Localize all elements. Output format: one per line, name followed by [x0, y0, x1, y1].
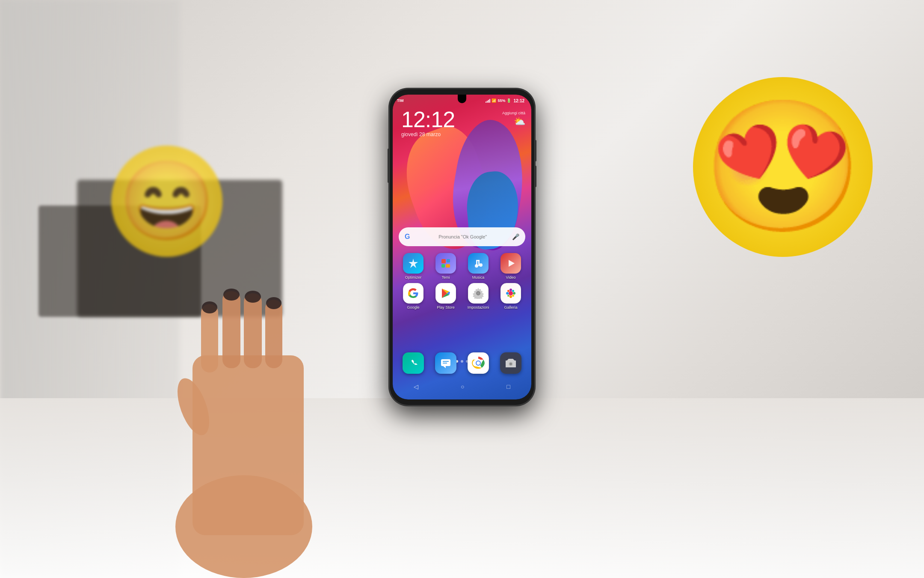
svg-marker-20 — [509, 260, 515, 267]
dock-chrome[interactable] — [466, 352, 490, 374]
svg-point-9 — [245, 291, 261, 303]
notch — [458, 95, 466, 103]
google-icon — [403, 283, 424, 304]
svg-point-22 — [509, 291, 513, 295]
svg-rect-5 — [265, 300, 282, 368]
home-button[interactable]: ○ — [461, 383, 464, 390]
galleria-icon — [500, 283, 521, 304]
wifi-icon: 📶 — [492, 98, 496, 103]
optimizer-label: Optimizer — [405, 275, 422, 280]
svg-point-23 — [509, 289, 512, 291]
weather-city: Aggiungi città — [502, 111, 525, 115]
impostazioni-label: Impostazioni — [468, 305, 489, 310]
svg-rect-1 — [192, 355, 304, 535]
svg-rect-4 — [244, 293, 262, 368]
google-label: Google — [407, 305, 419, 310]
date: giovedì 28 marzo — [401, 131, 455, 137]
svg-point-25 — [506, 292, 509, 295]
svg-rect-3 — [222, 291, 240, 368]
app-temi[interactable]: Temi — [431, 253, 460, 280]
scene: 😄 😍 — [0, 0, 924, 578]
temi-icon — [435, 253, 456, 274]
svg-point-27 — [507, 290, 509, 292]
musica-label: Musica — [472, 275, 485, 280]
video-icon — [500, 253, 521, 274]
temi-label: Temi — [441, 275, 450, 280]
svg-point-24 — [509, 295, 512, 298]
svg-point-16 — [479, 263, 483, 267]
back-button[interactable]: ◁ — [414, 383, 418, 390]
dock-camera-icon — [500, 352, 521, 374]
power-btn[interactable] — [388, 149, 389, 183]
svg-point-39 — [509, 363, 512, 365]
app-grid: Optimizer — [397, 253, 527, 313]
dock-phone-icon — [403, 352, 424, 374]
optimizer-icon — [403, 253, 424, 274]
carrier-label: TIM — [397, 98, 404, 103]
play-store-label: Play Store — [437, 305, 455, 310]
svg-point-26 — [513, 292, 515, 295]
weather-widget[interactable]: Aggiungi città ⛅ — [502, 111, 525, 127]
phone-container: TIM 📶 55% 🔋 — [355, 63, 569, 534]
video-label: Video — [506, 275, 516, 280]
svg-point-37 — [477, 361, 480, 365]
weather-icon: ⛅ — [514, 116, 525, 127]
svg-rect-11 — [441, 259, 446, 263]
dock-chrome-icon — [468, 352, 489, 374]
dock-phone[interactable] — [401, 352, 425, 374]
search-placeholder: Pronuncia "Ok Google" — [413, 234, 512, 239]
app-row-1: Optimizer — [397, 253, 527, 280]
galleria-label: Galleria — [504, 305, 517, 310]
battery-icon: 🔋 — [506, 98, 511, 103]
svg-rect-2 — [201, 304, 218, 372]
musica-icon — [468, 253, 489, 274]
svg-point-8 — [223, 289, 240, 301]
hand — [158, 227, 338, 578]
app-optimizer[interactable]: Optimizer — [399, 253, 428, 280]
svg-rect-14 — [446, 264, 450, 268]
svg-rect-31 — [441, 359, 450, 366]
volume-down-btn[interactable] — [535, 166, 536, 187]
svg-rect-12 — [447, 259, 450, 262]
mic-icon[interactable]: 🎤 — [512, 233, 519, 240]
svg-rect-13 — [441, 264, 445, 268]
svg-point-28 — [512, 290, 514, 292]
impostazioni-icon — [468, 283, 489, 304]
svg-point-30 — [512, 295, 514, 297]
volume-up-btn[interactable] — [535, 140, 536, 161]
svg-point-10 — [266, 297, 281, 309]
app-musica[interactable]: Musica — [464, 253, 493, 280]
signal-icon — [486, 98, 490, 103]
app-google[interactable]: Google — [399, 283, 428, 310]
svg-rect-18 — [476, 261, 477, 266]
phone-screen: TIM 📶 55% 🔋 — [393, 95, 531, 399]
play-store-icon — [435, 283, 456, 304]
svg-marker-32 — [443, 366, 446, 368]
svg-point-7 — [202, 301, 217, 313]
status-time: 12:12 — [513, 98, 524, 103]
google-search-bar[interactable]: G Pronuncia "Ok Google" 🎤 — [399, 227, 525, 246]
phone-body: TIM 📶 55% 🔋 — [389, 89, 535, 405]
app-galleria[interactable]: Galleria — [496, 283, 525, 310]
dock-camera[interactable] — [499, 352, 523, 374]
clock: 12:12 — [401, 108, 455, 131]
app-impostazioni[interactable]: Impostazioni — [464, 283, 493, 310]
svg-point-29 — [507, 295, 509, 297]
dock-messages[interactable] — [434, 352, 458, 374]
svg-rect-19 — [476, 260, 480, 261]
status-right: 📶 55% 🔋 12:12 — [486, 98, 524, 103]
dock — [397, 348, 527, 378]
google-logo: G — [405, 233, 410, 241]
app-play-store[interactable]: Play Store — [431, 283, 460, 310]
time-display: 12:12 giovedì 28 marzo — [401, 108, 455, 137]
battery-label: 55% — [498, 98, 505, 103]
app-video[interactable]: Video — [496, 253, 525, 280]
nav-bar: ◁ ○ □ — [393, 380, 531, 393]
app-row-2: Google — [397, 283, 527, 310]
emoji-right-pillow: 😍 — [693, 77, 873, 257]
recent-button[interactable]: □ — [506, 383, 510, 390]
dock-messages-icon — [435, 352, 456, 374]
